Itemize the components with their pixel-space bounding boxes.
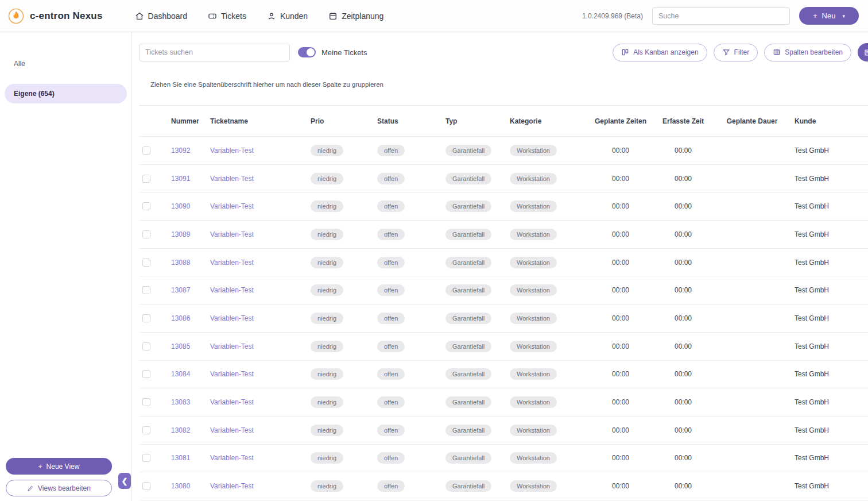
ticket-name-link[interactable]: Variablen-Test	[210, 482, 254, 490]
ticket-number-link[interactable]: 13080	[171, 482, 190, 490]
tickets-search-input[interactable]	[139, 44, 290, 61]
table-row[interactable]: 13087 Variablen-Test niedrig offen Garan…	[139, 276, 868, 305]
kunde-value: Test GmbH	[792, 342, 868, 350]
status-badge: offen	[377, 201, 405, 212]
status-badge: offen	[377, 313, 405, 324]
table-row[interactable]: 13089 Variablen-Test niedrig offen Garan…	[139, 221, 868, 249]
column-header-geplante-dauer[interactable]: Geplante Dauer	[712, 117, 792, 125]
export-button[interactable]	[858, 43, 868, 61]
kanban-view-button[interactable]: Als Kanban anzeigen	[613, 44, 707, 61]
ticket-number-link[interactable]: 13082	[171, 426, 190, 434]
column-header-geplante-zeiten[interactable]: Geplante Zeiten	[587, 117, 654, 125]
table-row[interactable]: 13083 Variablen-Test niedrig offen Garan…	[139, 388, 868, 417]
row-checkbox[interactable]	[142, 426, 150, 434]
sidebar-item-eigene[interactable]: Eigene (654)	[5, 84, 127, 103]
edit-views-button[interactable]: Views bearbeiten	[6, 480, 112, 496]
typ-badge: Garantiefall	[445, 284, 491, 296]
ticket-name-link[interactable]: Variablen-Test	[210, 286, 254, 294]
ticket-name-link[interactable]: Variablen-Test	[210, 426, 254, 434]
ticket-number-link[interactable]: 13092	[171, 147, 190, 155]
filter-button[interactable]: Filter	[714, 44, 758, 61]
table-row[interactable]: 13084 Variablen-Test niedrig offen Garan…	[139, 361, 868, 389]
ticket-number-link[interactable]: 13089	[171, 230, 190, 238]
row-checkbox[interactable]	[142, 314, 150, 322]
ticket-number-link[interactable]: 13086	[171, 314, 190, 322]
row-checkbox[interactable]	[142, 370, 150, 378]
nav-item-zeitplanung[interactable]: Zeitplanung	[328, 11, 383, 21]
filter-icon	[722, 48, 730, 56]
new-button[interactable]: + Neu ▾	[799, 7, 859, 25]
column-header-kunde[interactable]: Kunde	[792, 117, 868, 125]
row-checkbox[interactable]	[142, 454, 150, 462]
row-checkbox[interactable]	[142, 286, 150, 294]
sidebar-item-alle[interactable]: Alle	[5, 54, 127, 74]
column-header-nummer[interactable]: Nummer	[166, 117, 207, 125]
column-header-ticketname[interactable]: Ticketname	[207, 117, 305, 125]
navbar-right: 1.0.2409.969 (Beta) + Neu ▾	[582, 7, 859, 25]
column-header-typ[interactable]: Typ	[441, 117, 505, 125]
prio-badge: niedrig	[311, 173, 343, 184]
nav-item-tickets[interactable]: Tickets	[208, 11, 246, 21]
table-row[interactable]: 13082 Variablen-Test niedrig offen Garan…	[139, 417, 868, 445]
typ-badge: Garantiefall	[445, 396, 491, 408]
ticket-number-link[interactable]: 13081	[171, 454, 190, 462]
nav-item-dashboard[interactable]: Dashboard	[135, 11, 188, 21]
ticket-name-link[interactable]: Variablen-Test	[210, 175, 254, 183]
row-checkbox[interactable]	[142, 175, 150, 183]
ticket-number-link[interactable]: 13088	[171, 259, 190, 267]
ticket-number-link[interactable]: 13090	[171, 202, 190, 210]
ticket-name-link[interactable]: Variablen-Test	[210, 398, 254, 406]
row-checkbox[interactable]	[142, 482, 150, 490]
row-checkbox[interactable]	[142, 342, 150, 350]
prio-badge: niedrig	[311, 145, 343, 156]
erfasste-zeit-value: 00:00	[654, 230, 712, 238]
nav-item-kunden[interactable]: Kunden	[267, 11, 308, 21]
brand-name: c-entron Nexus	[30, 10, 103, 22]
column-header-erfasste-zeit[interactable]: Erfasste Zeit	[654, 117, 712, 125]
geplante-zeiten-value: 00:00	[587, 202, 654, 210]
column-header-prio[interactable]: Prio	[305, 117, 373, 125]
ticket-number-link[interactable]: 13087	[171, 286, 190, 294]
kategorie-badge: Workstation	[510, 145, 557, 156]
kategorie-badge: Workstation	[510, 452, 557, 464]
my-tickets-toggle[interactable]	[298, 47, 316, 57]
row-checkbox[interactable]	[142, 259, 150, 267]
table-row[interactable]: 13081 Variablen-Test niedrig offen Garan…	[139, 445, 868, 473]
table-row[interactable]: 13085 Variablen-Test niedrig offen Garan…	[139, 333, 868, 361]
ticket-name-link[interactable]: Variablen-Test	[210, 202, 254, 210]
table-row[interactable]: 13088 Variablen-Test niedrig offen Garan…	[139, 249, 868, 277]
ticket-number-link[interactable]: 13083	[171, 398, 190, 406]
table-row[interactable]: 13086 Variablen-Test niedrig offen Garan…	[139, 305, 868, 333]
ticket-name-link[interactable]: Variablen-Test	[210, 259, 254, 267]
ticket-number-link[interactable]: 13091	[171, 175, 190, 183]
ticket-number-link[interactable]: 13085	[171, 342, 190, 350]
table-row[interactable]: 13090 Variablen-Test niedrig offen Garan…	[139, 192, 868, 221]
ticket-name-link[interactable]: Variablen-Test	[210, 314, 254, 322]
ticket-name-link[interactable]: Variablen-Test	[210, 342, 254, 350]
table-row[interactable]: 13092 Variablen-Test niedrig offen Garan…	[139, 137, 868, 165]
prio-badge: niedrig	[311, 313, 343, 324]
kunde-value: Test GmbH	[792, 482, 868, 490]
tickets-main: Meine Tickets Als Kanban anzeigen Filter…	[133, 32, 868, 501]
kategorie-badge: Workstation	[510, 284, 557, 296]
kunde-value: Test GmbH	[792, 230, 868, 238]
new-view-button[interactable]: + Neue View	[6, 458, 112, 475]
column-header-status[interactable]: Status	[373, 117, 441, 125]
sidebar-collapse-button[interactable]: ❮	[118, 473, 131, 489]
ticket-number-link[interactable]: 13084	[171, 370, 190, 378]
row-checkbox[interactable]	[142, 398, 150, 406]
row-checkbox[interactable]	[142, 202, 150, 210]
ticket-name-link[interactable]: Variablen-Test	[210, 230, 254, 238]
ticket-name-link[interactable]: Variablen-Test	[210, 454, 254, 462]
ticket-name-link[interactable]: Variablen-Test	[210, 147, 254, 155]
row-checkbox[interactable]	[142, 230, 150, 238]
table-row[interactable]: 13091 Variablen-Test niedrig offen Garan…	[139, 165, 868, 193]
ticket-name-link[interactable]: Variablen-Test	[210, 370, 254, 378]
kanban-button-label: Als Kanban anzeigen	[633, 48, 698, 56]
column-header-kategorie[interactable]: Kategorie	[505, 117, 587, 125]
kunde-value: Test GmbH	[792, 147, 868, 155]
edit-columns-button[interactable]: Spalten bearbeiten	[764, 44, 851, 61]
table-row[interactable]: 13080 Variablen-Test niedrig offen Garan…	[139, 472, 868, 500]
global-search-input[interactable]	[652, 7, 790, 25]
row-checkbox[interactable]	[142, 147, 150, 155]
